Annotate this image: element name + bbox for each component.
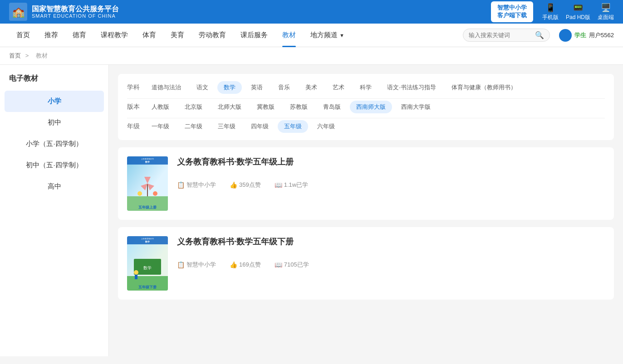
svg-text:数学: 数学 [145, 160, 150, 163]
nav-item-home[interactable]: 首页 [9, 24, 37, 47]
book-title-1[interactable]: 义务教育教科书·数学五年级上册 [177, 156, 605, 167]
avatar: 👤 [559, 29, 572, 42]
subject-chinese[interactable]: 语文 [190, 81, 215, 94]
grade-options: 一年级 二年级 三年级 四年级 五年级 六年级 [145, 120, 605, 133]
book-title-2[interactable]: 义务教育教科书·数学五年级下册 [177, 236, 605, 247]
nav-items: 首页 推荐 德育 课程教学 体育 美育 劳动教育 课后服务 教材 地方频道 ▼ [9, 24, 463, 47]
nav-item-textbook[interactable]: 教材 [275, 24, 303, 47]
sidebar-item-high[interactable]: 高中 [0, 176, 108, 197]
grade-label: 年级 [127, 122, 145, 131]
book-info-1: 义务教育教科书·数学五年级上册 📋 智慧中小学 👍 359点赞 📖 1.1 [177, 156, 605, 189]
grade-4[interactable]: 四年级 [245, 120, 275, 133]
download-button[interactable]: 智慧中小学 客户端下载 [491, 1, 533, 22]
learner-icon-2: 📖 [275, 261, 282, 268]
likes-label-1: 359点赞 [239, 181, 261, 189]
svg-point-11 [137, 191, 142, 196]
source-label-2: 智慧中小学 [186, 261, 216, 269]
grade-6[interactable]: 六年级 [311, 120, 341, 133]
svg-text:数学: 数学 [143, 266, 152, 270]
grade-1[interactable]: 一年级 [145, 120, 176, 133]
breadcrumb-separator: > [25, 52, 30, 59]
filter-row-version: 版本 人教版 北京版 北师大版 冀教版 苏教版 青岛版 西南师大版 西南大学版 [127, 101, 605, 113]
book-cover-svg-1: 义务教育教科书 数学 五年级上册 [127, 156, 168, 211]
subject-music[interactable]: 音乐 [272, 81, 296, 94]
version-xinanshibig[interactable]: 西南师大版 [350, 101, 392, 113]
desktop-icon: 🖥️ [601, 3, 611, 13]
version-qingdao[interactable]: 青岛版 [317, 101, 347, 113]
grade-2[interactable]: 二年级 [178, 120, 209, 133]
filter-section: 学科 道德与法治 语文 数学 英语 音乐 美术 艺术 科学 语文·书法练习指导 … [118, 74, 614, 140]
book-cover-2[interactable]: 义务教育教科书 数学 数学 五年级下册 [127, 236, 168, 291]
sidebar-item-middle[interactable]: 初中 [0, 112, 108, 133]
nav-item-recommend[interactable]: 推荐 [37, 24, 65, 47]
content-area: 学科 道德与法治 语文 数学 英语 音乐 美术 艺术 科学 语文·书法练习指导 … [109, 65, 623, 356]
grade-3[interactable]: 三年级 [211, 120, 242, 133]
book-cover-1[interactable]: 义务教育教科书 数学 五年级上册 [127, 156, 168, 211]
nav-item-labor[interactable]: 劳动教育 [191, 24, 233, 47]
version-renjiaoban[interactable]: 人教版 [145, 101, 176, 113]
sidebar-item-primary[interactable]: 小学 [5, 91, 104, 112]
version-jijiao[interactable]: 冀教版 [250, 101, 281, 113]
svg-point-12 [153, 191, 157, 196]
pad-device-link[interactable]: 📟 Pad HD版 [566, 3, 590, 21]
search-button[interactable]: 🔍 [535, 31, 544, 39]
nav-item-pe[interactable]: 体育 [135, 24, 163, 47]
filter-row-subject: 学科 道德与法治 语文 数学 英语 音乐 美术 艺术 科学 语文·书法练习指导 … [127, 81, 605, 94]
desktop-device-link[interactable]: 🖥️ 桌面端 [598, 3, 614, 21]
subject-science[interactable]: 科学 [353, 81, 378, 94]
user-role-badge: 学生 [574, 31, 586, 39]
search-input[interactable] [469, 32, 532, 39]
sidebar-title: 电子教材 [0, 74, 108, 91]
grade-5[interactable]: 五年级 [278, 120, 308, 133]
subject-math[interactable]: 数学 [217, 81, 242, 94]
breadcrumb-home[interactable]: 首页 [9, 52, 21, 59]
nav-item-local[interactable]: 地方频道 ▼ [303, 24, 352, 47]
filter-row-grade: 年级 一年级 二年级 三年级 四年级 五年级 六年级 [127, 120, 605, 133]
svg-text:数学: 数学 [145, 240, 150, 243]
subject-calligraphy[interactable]: 语文·书法练习指导 [381, 81, 442, 94]
version-beijing[interactable]: 北京版 [178, 101, 209, 113]
source-icon-1: 📋 [177, 181, 185, 189]
logo-area: 🏫 国家智慧教育公共服务平台 SMART EDUCATION OF CHINA [9, 3, 119, 21]
nav-item-art[interactable]: 美育 [163, 24, 191, 47]
svg-text:义务教育教科书: 义务教育教科书 [141, 158, 154, 160]
logo-icon: 🏫 [9, 3, 27, 21]
mobile-device-link[interactable]: 📱 手机版 [542, 3, 559, 21]
subject-art[interactable]: 艺术 [326, 81, 351, 94]
version-xinanuniversity[interactable]: 西南大学版 [395, 101, 437, 113]
subject-fine-art[interactable]: 美术 [299, 81, 324, 94]
meta-source-2: 📋 智慧中小学 [177, 261, 216, 269]
book-info-2: 义务教育教科书·数学五年级下册 📋 智慧中小学 👍 169点赞 📖 710 [177, 236, 605, 269]
source-icon-2: 📋 [177, 261, 185, 268]
subject-english[interactable]: 英语 [245, 81, 269, 94]
nav-item-moral[interactable]: 德育 [65, 24, 93, 47]
user-area: 👤 学生 用户5562 [559, 29, 614, 42]
sidebar-item-middle-54[interactable]: 初中（五·四学制） [0, 155, 108, 176]
svg-text:五年级下册: 五年级下册 [138, 285, 157, 289]
subject-options: 道德与法治 语文 数学 英语 音乐 美术 艺术 科学 语文·书法练习指导 体育与… [145, 81, 605, 94]
learners-label-2: 7105已学 [284, 261, 309, 269]
book-cover-svg-2: 义务教育教科书 数学 数学 五年级下册 [127, 236, 168, 291]
sidebar-item-primary-54[interactable]: 小学（五·四学制） [0, 133, 108, 155]
svg-point-21 [134, 270, 138, 275]
book-list: 义务教育教科书 数学 五年级上册 [118, 147, 614, 300]
meta-likes-2: 👍 169点赞 [230, 261, 261, 269]
header-right: 智慧中小学 客户端下载 📱 手机版 📟 Pad HD版 🖥️ 桌面端 [491, 1, 614, 22]
meta-learners-1: 📖 1.1w已学 [275, 181, 308, 189]
svg-text:🏫: 🏫 [12, 6, 25, 18]
learners-label-1: 1.1w已学 [284, 181, 308, 189]
likes-label-2: 169点赞 [239, 261, 261, 269]
nav-item-afterschool[interactable]: 课后服务 [233, 24, 275, 47]
svg-text:五年级上册: 五年级上册 [138, 205, 157, 209]
like-icon-2: 👍 [230, 261, 237, 268]
version-beishi[interactable]: 北师大版 [211, 101, 248, 113]
sidebar: 电子教材 小学 初中 小学（五·四学制） 初中（五·四学制） 高中 [0, 65, 109, 356]
meta-learners-2: 📖 7105已学 [275, 261, 309, 269]
version-sujiao[interactable]: 苏教版 [284, 101, 314, 113]
subject-pe-teacher[interactable]: 体育与健康（教师用书） [445, 81, 523, 94]
nav-item-course[interactable]: 课程教学 [93, 24, 135, 47]
filter-divider-2 [127, 118, 605, 118]
book-meta-1: 📋 智慧中小学 👍 359点赞 📖 1.1w已学 [177, 181, 605, 189]
subject-morality[interactable]: 道德与法治 [145, 81, 187, 94]
source-label-1: 智慧中小学 [186, 181, 216, 189]
